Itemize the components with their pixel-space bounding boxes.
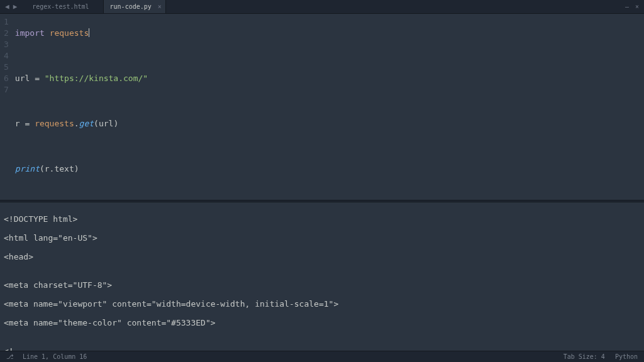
line-number: 3 [4,39,9,50]
string: "https://kinsta.com/" [45,74,148,83]
keyword: import [15,28,45,38]
nav-icons: ◀ ▶ [5,3,17,11]
tab-runcode[interactable]: run-code.py × [104,0,166,13]
output-line: <meta name="viewport" content="width=dev… [4,299,640,309]
args: (url) [94,119,118,128]
tab-bar: regex-test.html run-code.py × [26,0,166,13]
dot: . [74,119,79,128]
function: print [15,164,40,173]
output-panel[interactable]: <!DOCTYPE html> <html lang="en-US"> <hea… [0,202,644,351]
operator: = [30,74,44,83]
module: requests [50,28,89,38]
line-number: 6 [4,73,9,84]
output-line: <!-- [4,346,640,351]
variable: r [15,119,20,128]
args: (r.text) [40,164,79,173]
tab-size[interactable]: Tab Size: 4 [564,353,605,360]
operator: = [20,119,35,128]
output-line: <!DOCTYPE html> [4,214,640,224]
output-line: <html lang="en-US"> [4,233,640,243]
branch-icon[interactable]: ⎇ [6,353,14,360]
line-number: 5 [4,62,9,73]
variable: url [15,74,30,83]
nav-fwd-icon[interactable]: ▶ [13,3,18,11]
output-line: <meta name="theme-color" content="#5333E… [4,318,640,327]
nav-back-icon[interactable]: ◀ [5,3,9,11]
language-mode[interactable]: Python [615,353,638,360]
close-window-icon[interactable]: × [635,3,639,10]
output-line: <meta charset="UTF-8"> [4,280,640,290]
code-area[interactable]: import requests url = "https://kinsta.co… [15,14,148,200]
module: requests [35,119,74,128]
tab-label: regex-test.html [32,3,89,10]
line-number: 7 [4,84,9,96]
line-number: 1 [4,16,9,28]
tab-regex[interactable]: regex-test.html [26,0,103,13]
close-icon[interactable]: × [158,3,162,10]
line-number: 4 [4,50,9,62]
editor[interactable]: 1 2 3 4 5 6 7 import requests url = "htt… [0,14,644,200]
cursor-position[interactable]: Line 1, Column 16 [23,353,87,360]
line-number: 2 [4,28,9,39]
function: get [79,119,94,128]
line-gutter: 1 2 3 4 5 6 7 [0,14,15,200]
text-cursor [89,28,89,37]
titlebar: ◀ ▶ regex-test.html run-code.py × — × [0,0,644,14]
tab-label: run-code.py [110,3,152,10]
output-line: <head> [4,252,640,261]
window-controls: — × [625,3,639,10]
statusbar: ⎇ Line 1, Column 16 Tab Size: 4 Python [0,351,644,362]
minimize-icon[interactable]: — [625,3,629,10]
